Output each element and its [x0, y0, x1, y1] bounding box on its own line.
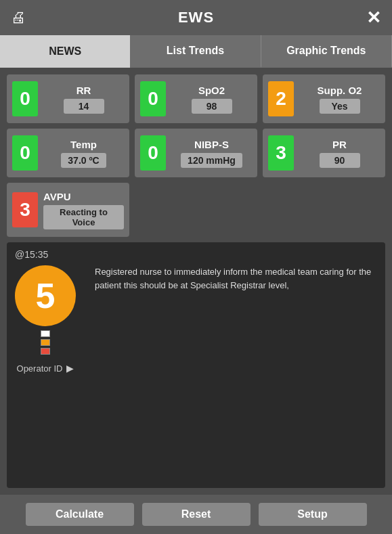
rr-label: RR: [77, 85, 91, 96]
setup-button[interactable]: Setup: [259, 503, 367, 526]
rr-value: 14: [64, 99, 104, 114]
score-legend: [41, 330, 50, 355]
suppo2-value: Yes: [320, 99, 360, 114]
tab-graphic-trends[interactable]: Graphic Trends: [261, 35, 392, 68]
pr-value: 90: [320, 153, 360, 168]
temp-value: 37.0 ºC: [61, 153, 106, 168]
reset-button[interactable]: Reset: [142, 503, 251, 526]
avpu-card[interactable]: 3 AVPU Reacting to Voice: [7, 183, 129, 237]
operator-arrow-icon: ▶: [66, 363, 74, 374]
temp-score: 0: [12, 135, 38, 171]
legend-box-red: [41, 348, 50, 355]
avpu-empty-2: [263, 183, 385, 237]
tab-bar: NEWS List Trends Graphic Trends: [0, 35, 392, 68]
rr-score: 0: [12, 81, 38, 116]
pr-label: PR: [332, 139, 347, 150]
suppo2-label: Supp. O2: [318, 85, 362, 96]
header: 🖨 EWS ✕: [0, 0, 392, 35]
close-icon[interactable]: ✕: [366, 7, 381, 28]
avpu-score: 3: [12, 192, 38, 227]
nibps-value: 120 mmHg: [181, 153, 242, 168]
nibps-label: NIBP-S: [194, 139, 229, 150]
score-circle: 5: [15, 265, 76, 326]
spo2-value: 98: [192, 99, 232, 114]
spo2-score: 0: [140, 81, 166, 116]
score-bullets: Registered nurse to immediately inform t…: [84, 265, 377, 481]
spo2-label: SpO2: [198, 85, 225, 96]
nibps-info: NIBP-S 120 mmHg: [171, 139, 252, 168]
temp-info: Temp 37.0 ºC: [43, 139, 124, 168]
score-body: 5 Operator ID ▶: [15, 265, 377, 481]
pr-info: PR 90: [299, 139, 380, 168]
avpu-info: AVPU Reacting to Voice: [43, 191, 124, 229]
pr-score: 3: [268, 135, 294, 171]
legend-box-orange: [41, 339, 50, 346]
print-icon[interactable]: 🖨: [11, 9, 26, 26]
vitals-row-1: 0 RR 14 0 SpO2 98 2 Supp. O2 Yes: [7, 74, 385, 123]
app-title: EWS: [178, 9, 214, 26]
main-content: 0 RR 14 0 SpO2 98 2 Supp. O2 Yes: [0, 68, 392, 495]
suppo2-info: Supp. O2 Yes: [299, 85, 380, 114]
operator-id-row[interactable]: Operator ID ▶: [17, 363, 74, 374]
temp-label: Temp: [70, 139, 97, 150]
legend-row-orange: [41, 339, 50, 346]
avpu-value: Reacting to Voice: [43, 205, 124, 229]
legend-box-white: [41, 330, 50, 337]
legend-row-red: [41, 348, 50, 355]
nibps-score: 0: [140, 135, 166, 171]
footer: Calculate Reset Setup: [0, 495, 392, 534]
operator-id-label: Operator ID: [17, 363, 63, 374]
avpu-empty-1: [135, 183, 257, 237]
score-left: 5 Operator ID ▶: [15, 265, 76, 481]
vital-card-suppo2[interactable]: 2 Supp. O2 Yes: [263, 74, 385, 123]
rr-info: RR 14: [43, 85, 124, 114]
score-time: @15:35: [15, 249, 377, 260]
vital-card-temp[interactable]: 0 Temp 37.0 ºC: [7, 129, 129, 177]
avpu-row: 3 AVPU Reacting to Voice: [7, 183, 385, 237]
vital-card-pr[interactable]: 3 PR 90: [263, 129, 385, 177]
calculate-button[interactable]: Calculate: [26, 503, 134, 526]
avpu-label: AVPU: [43, 191, 71, 202]
tab-list-trends[interactable]: List Trends: [130, 35, 261, 68]
vital-card-spo2[interactable]: 0 SpO2 98: [135, 74, 257, 123]
score-area: @15:35 5 Op: [7, 242, 385, 488]
suppo2-score: 2: [268, 81, 294, 116]
vitals-row-2: 0 Temp 37.0 ºC 0 NIBP-S 120 mmHg 3 PR: [7, 129, 385, 177]
spo2-info: SpO2 98: [171, 85, 252, 114]
vital-card-rr[interactable]: 0 RR 14: [7, 74, 129, 123]
vital-card-nibps[interactable]: 0 NIBP-S 120 mmHg: [135, 129, 257, 177]
tab-news[interactable]: NEWS: [0, 35, 130, 68]
bullet-list: Registered nurse to immediately inform t…: [84, 265, 377, 292]
legend-row-white: [41, 330, 50, 337]
